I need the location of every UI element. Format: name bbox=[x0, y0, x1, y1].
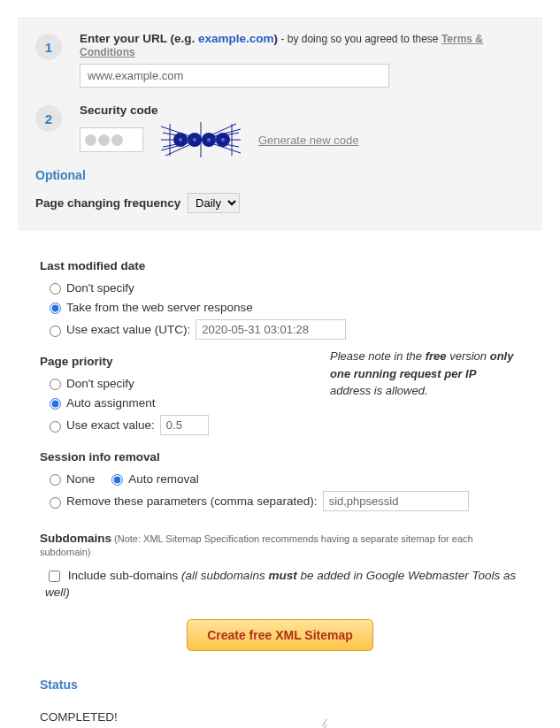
lastmod-server-radio[interactable] bbox=[50, 303, 61, 314]
lastmod-label: Last modified date bbox=[40, 259, 520, 272]
priority-note: Please note in the free version only one… bbox=[330, 342, 520, 400]
captcha-image bbox=[161, 122, 241, 157]
priority-auto-radio[interactable] bbox=[50, 398, 61, 410]
create-sitemap-button[interactable]: Create free XML Sitemap bbox=[187, 619, 373, 651]
status-section: Status COMPLETED! ⁄⁄ 3 Please download y… bbox=[18, 660, 542, 728]
generate-code-link[interactable]: Generate new code bbox=[258, 134, 358, 147]
example-link[interactable]: example.com bbox=[198, 32, 274, 45]
resize-handle-icon: ⁄⁄ bbox=[324, 720, 326, 728]
frequency-row: Page changing frequency Daily bbox=[35, 193, 525, 213]
svg-point-15 bbox=[207, 138, 211, 142]
captcha-input[interactable] bbox=[80, 127, 143, 152]
step-1-row: 1 Enter your URL (e.g. example.com) - by… bbox=[35, 32, 525, 88]
session-opt2-label: Auto removal bbox=[128, 472, 199, 486]
agree-text: - by doing so you agreed to these bbox=[278, 33, 441, 45]
priority-opt2-label: Auto assignment bbox=[66, 396, 156, 410]
session-label: Session info removal bbox=[40, 450, 520, 464]
step-1-number: 1 bbox=[35, 34, 62, 60]
optional-title: Optional bbox=[35, 168, 525, 182]
url-input[interactable] bbox=[80, 64, 389, 88]
priority-opt1-label: Don't specify bbox=[66, 377, 134, 390]
subdomains-label: Subdomains (Note: XML Sitemap Specificat… bbox=[40, 532, 520, 558]
subdomains-row: Include sub-domains (all subdomains must… bbox=[40, 563, 520, 606]
lastmod-dont-specify-radio[interactable] bbox=[50, 283, 61, 295]
dot-icon bbox=[98, 134, 110, 146]
session-opt3-label: Remove these parameters (comma separated… bbox=[66, 494, 318, 508]
priority-opt3-label: Use exact value: bbox=[66, 418, 155, 432]
lastmod-opt1-label: Don't specify bbox=[66, 281, 134, 295]
svg-point-14 bbox=[193, 138, 196, 142]
url-label-prefix: Enter your URL (e.g. bbox=[80, 32, 198, 45]
session-params-input[interactable] bbox=[323, 491, 469, 511]
priority-dont-specify-radio[interactable] bbox=[50, 379, 61, 390]
lastmod-exact-radio[interactable] bbox=[50, 326, 61, 337]
status-title: Status bbox=[40, 678, 520, 692]
session-none-radio[interactable] bbox=[50, 474, 61, 486]
step-2-number: 2 bbox=[35, 105, 62, 132]
options-section: Last modified date Don't specify Take fr… bbox=[18, 238, 542, 651]
status-completed: COMPLETED! bbox=[40, 710, 118, 724]
priority-label: Page priority bbox=[40, 355, 312, 368]
include-subdomains-checkbox[interactable] bbox=[49, 571, 60, 582]
security-label: Security code bbox=[80, 103, 525, 117]
dot-icon bbox=[111, 134, 123, 146]
subdomains-check-label: Include sub-domains bbox=[68, 569, 181, 582]
priority-value-input[interactable] bbox=[160, 415, 209, 435]
svg-point-13 bbox=[179, 138, 182, 142]
frequency-select[interactable]: Daily bbox=[188, 193, 240, 213]
dot-icon bbox=[85, 134, 96, 146]
step-2-row: 2 Security code bbox=[35, 103, 525, 157]
url-label: Enter your URL (e.g. example.com) - by d… bbox=[80, 32, 525, 58]
session-remove-radio[interactable] bbox=[50, 497, 61, 509]
priority-exact-radio[interactable] bbox=[50, 421, 61, 433]
frequency-label: Page changing frequency bbox=[35, 196, 180, 210]
lastmod-opt3-label: Use exact value (UTC): bbox=[66, 323, 190, 336]
lastmod-opt2-label: Take from the web server response bbox=[66, 301, 253, 314]
session-opt1-label: None bbox=[66, 472, 95, 486]
lastmod-value-input[interactable] bbox=[196, 319, 346, 340]
svg-point-16 bbox=[221, 138, 225, 142]
form-section: 1 Enter your URL (e.g. example.com) - by… bbox=[18, 18, 542, 231]
status-box: COMPLETED! ⁄⁄ bbox=[40, 705, 520, 728]
session-auto-radio[interactable] bbox=[111, 474, 123, 486]
